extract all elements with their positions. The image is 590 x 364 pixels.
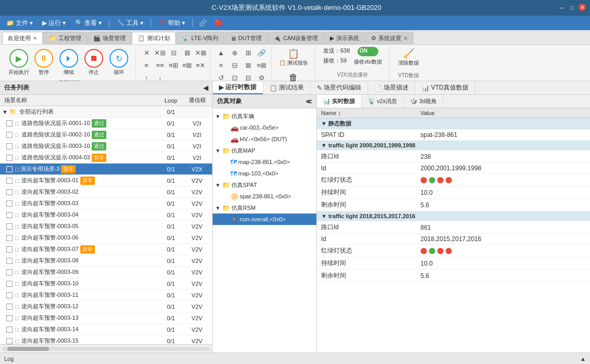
tab-ltev[interactable]: 📡 LTE-V阵列: [176, 32, 224, 44]
tab-can[interactable]: 🔌 CAN设备管理: [268, 32, 324, 44]
list-item[interactable]: □ 逆向超车预警-0003-07 异常 0/1 V2V: [0, 244, 212, 255]
list-item[interactable]: □逆向超车预警-0003-03 0/1 V2V: [0, 198, 212, 209]
checkbox[interactable]: [6, 258, 13, 264]
sim-tree-item[interactable]: 🗺 map-238-861,<0x0>: [213, 156, 316, 168]
list-item[interactable]: □逆向超车预警-0003-12 0/1 V2V: [0, 301, 212, 312]
list-item[interactable]: □逆向超车预警-0003-11 0/1 V2V: [0, 290, 212, 301]
list-item[interactable]: □逆向超车预警-0003-08 0/1 V2V: [0, 255, 212, 267]
list-edit-btn9[interactable]: ≡⊠: [181, 59, 193, 71]
list-edit-btn7[interactable]: ≡≡: [154, 59, 166, 71]
tab-settings-close[interactable]: ✕: [403, 35, 408, 41]
checkbox[interactable]: [6, 120, 13, 127]
quick-btn2[interactable]: ⊕: [228, 47, 241, 58]
checkbox[interactable]: [6, 189, 13, 195]
menu-view[interactable]: 🔍 查看 ▾: [71, 18, 106, 29]
list-item[interactable]: □逆向超车预警-0003-06 0/1 V2V: [0, 232, 212, 244]
list-item[interactable]: □ 逆向超车预警-0003-01 异常 0/1 V2V: [0, 175, 212, 186]
tab-testplan[interactable]: 📋 测试计划: [132, 32, 176, 44]
tab-runtime-data[interactable]: ▶ 运行时数据: [213, 81, 263, 94]
tab-v2x-msg[interactable]: 📡 v2x消息: [362, 95, 404, 108]
checkbox[interactable]: [6, 269, 13, 275]
list-item[interactable]: □ 道路危险状况提示-0003-10 通过 0/1 V2I: [0, 141, 212, 152]
list-item[interactable]: □逆向超车预警-0003-14 0/1 V2V: [0, 324, 212, 335]
scroll-thumb[interactable]: [7, 347, 49, 351]
checkbox[interactable]: [6, 178, 13, 184]
tab-realtime[interactable]: 📊 实时数据: [317, 95, 362, 108]
checkbox[interactable]: [6, 327, 13, 333]
collapse-icon[interactable]: ◀: [203, 84, 208, 92]
start-btn[interactable]: ▶ 开始执行: [7, 49, 30, 76]
menu-file[interactable]: 📁 文件 ▾: [2, 18, 37, 29]
menu-help[interactable]: ❓ 帮助 ▾: [154, 18, 189, 29]
quick-btn3[interactable]: ⊞: [242, 47, 254, 58]
list-item[interactable]: □ 道路危险状况提示-0002-10 通过 0/1 V2I: [0, 129, 212, 141]
list-edit-btn1[interactable]: ✕: [140, 47, 153, 58]
maximize-button[interactable]: □: [568, 4, 576, 12]
list-item[interactable]: □逆向超车预警-0003-02 0/1 V2V: [0, 186, 212, 198]
continue-btn[interactable]: ⏵ 继续: [57, 49, 80, 76]
checkbox[interactable]: [6, 155, 13, 161]
sim-tree-item[interactable]: 🚗 car-003,-0x5e>: [213, 122, 316, 133]
tab-vtd-data[interactable]: 📊 VTD真值数据: [415, 81, 475, 94]
list-edit-btn2[interactable]: ✕⊞: [154, 47, 166, 58]
quick-btn1[interactable]: ▲: [215, 47, 227, 58]
tab-welcome-close[interactable]: ✕: [33, 35, 37, 41]
list-item[interactable]: □逆向超车预警-0003-05 0/1 V2V: [0, 221, 212, 232]
menu-tools[interactable]: 🔧 工具 ▾: [113, 18, 148, 29]
checkbox[interactable]: [6, 338, 13, 344]
sim-tree-item[interactable]: ▼ 📁 仿真车辆: [213, 110, 316, 122]
checkbox[interactable]: [6, 246, 13, 253]
tab-scene-desc[interactable]: 📄 场景描述: [368, 81, 415, 94]
quick-btn5[interactable]: ≡: [215, 59, 227, 71]
list-item[interactable]: □逆向超车预警-0003-04 0/1 V2V: [0, 209, 212, 221]
sim-tree-item[interactable]: ▼ 📁 仿真SPAT: [213, 179, 316, 191]
tab-dut[interactable]: 🖥 DUT管理: [225, 32, 267, 44]
sim-tree-item[interactable]: 🔆 spat-238-861,<0x0>: [213, 191, 316, 202]
quick-btn4[interactable]: 🔗: [255, 47, 268, 58]
checkbox[interactable]: [6, 212, 13, 218]
tab-scene[interactable]: 🎬 场景管理: [88, 32, 131, 44]
sim-tree-item[interactable]: 🗺 map-103,<0x0>: [213, 168, 316, 179]
minimize-button[interactable]: ─: [558, 4, 566, 12]
status-right[interactable]: ▲: [580, 356, 586, 362]
list-item[interactable]: □逆向超车预警-0003-15 0/1 V2V: [0, 335, 212, 344]
list-edit-btn4[interactable]: ⊠: [181, 47, 193, 58]
tab-code-edit[interactable]: ✎ 场景代码编辑: [311, 81, 368, 94]
checkbox[interactable]: [6, 132, 13, 138]
checkbox[interactable]: [6, 223, 13, 230]
list-item[interactable]: □逆向超车预警-0003-13 0/1 V2V: [0, 312, 212, 324]
list-item[interactable]: ▼ 📁 全部运行列表 0/1: [0, 106, 212, 118]
list-item[interactable]: □ 演示专用场景-3 异常 0/1 V2X: [0, 164, 212, 175]
list-edit-btn3[interactable]: ⊟: [167, 47, 180, 58]
link-button[interactable]: 🔗: [196, 18, 210, 28]
menu-run[interactable]: ▶ 运行 ▾: [38, 18, 70, 29]
checkbox[interactable]: [6, 315, 13, 321]
list-item[interactable]: □ 道路危险状况提示-0004-03 异常 0/1 V2I: [0, 152, 212, 164]
list-edit-btn8[interactable]: ≡⊞: [167, 59, 180, 71]
list-item[interactable]: □逆向超车预警-0003-10 0/1 V2V: [0, 278, 212, 290]
pause-btn[interactable]: ⏸ 暂停: [32, 49, 55, 76]
quick-btn7[interactable]: ⊠: [242, 59, 254, 71]
loop-btn[interactable]: ↻ 循环: [107, 49, 130, 76]
tab-test-result[interactable]: 📋 测试结果: [263, 81, 311, 94]
tab-settings[interactable]: ⚙ 系统设置 ✕: [365, 32, 413, 44]
list-edit-btn10[interactable]: ≡✕: [194, 59, 207, 71]
close-button[interactable]: ✕: [579, 4, 586, 11]
sim-tree-item[interactable]: ▼ 📁 仿真RSM: [213, 202, 316, 214]
window-controls[interactable]: ─ □ ✕: [558, 4, 586, 12]
tab-project[interactable]: 📁 工程管理: [43, 32, 87, 44]
quick-btn6[interactable]: ⊟: [228, 59, 241, 71]
sim-tree-item[interactable]: 🚶 rsm-overall,<0x0>: [213, 214, 316, 225]
v2x-toggle[interactable]: [358, 47, 378, 56]
checkbox[interactable]: [6, 200, 13, 207]
list-edit-btn5[interactable]: ✕⊠: [194, 47, 207, 58]
sim-tree-item[interactable]: 🚗 HV,-<0x56> (DUT): [213, 133, 316, 145]
tab-welcome[interactable]: 欢迎使用 ✕: [2, 32, 43, 44]
task-scroll[interactable]: [0, 344, 212, 353]
sim-collapse-icon[interactable]: ≪: [305, 98, 312, 105]
checkbox[interactable]: [6, 166, 13, 172]
alert-button[interactable]: 🔴: [211, 18, 225, 28]
stop-btn[interactable]: ⏹ 停止: [82, 49, 105, 76]
sim-tree-item[interactable]: ▼ 📁 仿真MAP: [213, 145, 316, 156]
tab-3d-view[interactable]: 🎲 3d视角: [404, 95, 444, 108]
